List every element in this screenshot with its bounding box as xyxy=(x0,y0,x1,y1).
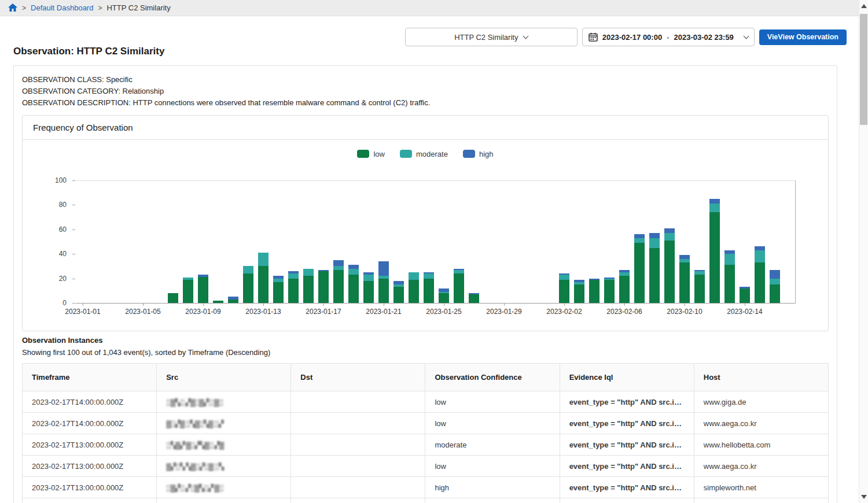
cell-src: ▒▚▓▞ ▓▒▞▚▓▒ ▞▓ xyxy=(157,434,291,456)
col-src[interactable]: Src xyxy=(157,364,291,391)
table-row[interactable]: 2023-02-17T13:00:00.000Z▓▞▒▚ ▚▓▒▞▒▓ ▒▚lo… xyxy=(23,456,829,477)
table-row[interactable]: 2023-02-17T13:00:00.000Z▚▒▓▓ ▒▞▚▓▒▒ ▞▒hi… xyxy=(23,498,829,503)
cell-timeframe: 2023-02-17T13:00:00.000Z xyxy=(23,456,157,477)
x-axis-label: 2023-01-01 xyxy=(57,308,109,316)
redacted-src-text: ▓▒▞▓ ▒▚▓▒▚▓ ▒▞ xyxy=(166,420,223,428)
cell-dst xyxy=(291,456,425,477)
y-axis-label: 100 xyxy=(23,176,67,184)
col-evidence-iql[interactable]: Evidence Iql xyxy=(560,364,694,391)
x-axis-label: 2023-01-21 xyxy=(358,308,410,316)
vertical-scrollbar[interactable] xyxy=(859,0,868,503)
y-axis-label: 20 xyxy=(23,275,67,283)
observation-panel: OBSERVATION CLASS: Specific OBSERVATION … xyxy=(13,65,837,503)
date-range-picker[interactable]: 2023-02-17 00:00 - 2023-03-02 23:59 xyxy=(582,28,755,46)
redacted-src-text: ▒▓▚▒ ▞▓▒▓▞▒ ▓▒ xyxy=(166,398,223,406)
cell-src: ▒▓▚▒ ▞▓▒▓▞▒ ▓▒ xyxy=(157,391,291,413)
observation-description: OBSERVATION DESCRIPTION: HTTP connection… xyxy=(22,97,829,109)
frequency-chart-card: Frequency of Observation lowmoderatehigh… xyxy=(22,115,829,331)
x-axis-label: 2023-02-14 xyxy=(719,308,771,316)
legend-item-low[interactable]: low xyxy=(357,150,385,158)
x-axis-label: 2023-01-13 xyxy=(237,308,289,316)
breadcrumb-separator: > xyxy=(98,4,102,12)
page-title: Observation: HTTP C2 Similarity xyxy=(13,46,164,57)
x-axis-label: 2023-01-05 xyxy=(117,308,169,316)
cell-confidence: low xyxy=(425,391,560,413)
view-observation-button[interactable]: VieView Observation xyxy=(759,29,847,45)
cell-dst xyxy=(291,391,425,413)
date-range-separator: - xyxy=(667,33,669,42)
y-axis-label: 0 xyxy=(23,299,67,307)
cell-timeframe: 2023-02-17T14:00:00.000Z xyxy=(23,413,157,434)
cell-src: ▚▒▓▓ ▒▞▚▓▒▒ ▞▒ xyxy=(157,498,291,503)
y-axis-tick xyxy=(72,254,75,254)
redacted-src-text: ▒▚▓▞ ▓▒▞▚▓▒ ▞▓ xyxy=(166,441,223,449)
breadcrumb-separator: > xyxy=(22,4,26,12)
cell-host: simplemethod.net xyxy=(694,498,828,503)
cell-confidence: moderate xyxy=(425,434,560,456)
chart-legend: lowmoderatehigh xyxy=(23,148,828,160)
col-dst[interactable]: Dst xyxy=(291,364,425,391)
cell-evidence: event_type = "http" AND src.ip = "17... xyxy=(560,456,694,477)
breadcrumb-current: HTTP C2 Similarity xyxy=(106,3,170,12)
y-axis-tick xyxy=(72,205,75,205)
cell-evidence: event_type = "http" AND src.ip = "17... xyxy=(560,477,694,498)
cell-timeframe: 2023-02-17T13:00:00.000Z xyxy=(23,477,157,498)
scrollbar-up-arrow[interactable] xyxy=(861,4,867,8)
legend-label: moderate xyxy=(416,150,448,158)
cell-dst xyxy=(291,498,425,503)
date-range-start: 2023-02-17 00:00 xyxy=(602,33,662,42)
legend-label: high xyxy=(479,150,494,158)
cell-src: ▓▞▒▚ ▚▓▒▞▒▓ ▒▚ xyxy=(157,456,291,477)
legend-swatch-low xyxy=(357,150,369,158)
legend-label: low xyxy=(373,150,385,158)
scrollbar-thumb[interactable] xyxy=(860,14,867,125)
x-axis-label: 2023-02-06 xyxy=(598,308,650,316)
x-axis-label: 2023-01-17 xyxy=(297,308,350,316)
cell-evidence: event_type = "http" AND src.ip = "17... xyxy=(560,413,694,434)
cell-timeframe: 2023-02-17T13:00:00.000Z xyxy=(23,434,157,456)
instances-tbody: 2023-02-17T14:00:00.000Z▒▓▚▒ ▞▓▒▓▞▒ ▓▒lo… xyxy=(23,391,829,503)
observation-category: OBSERVATION CATEGORY: Relationship xyxy=(22,86,829,97)
cell-confidence: low xyxy=(425,413,560,434)
legend-item-moderate[interactable]: moderate xyxy=(400,150,448,158)
chart-title: Frequency of Observation xyxy=(23,116,828,140)
cell-evidence: event_type = "http" AND src.ip = "17... xyxy=(560,498,694,503)
y-axis-tick xyxy=(72,180,75,181)
cell-dst xyxy=(291,413,425,434)
y-axis-label: 40 xyxy=(23,250,67,258)
x-axis-label: 2023-01-25 xyxy=(418,308,470,316)
chevron-down-icon xyxy=(523,33,529,39)
cell-host: www.giga.de xyxy=(694,391,828,413)
table-row[interactable]: 2023-02-17T13:00:00.000Z▒▚▓▞ ▓▒▞▚▓▒ ▞▓mo… xyxy=(23,434,829,456)
legend-item-high[interactable]: high xyxy=(463,150,494,158)
cell-timeframe: 2023-02-17T14:00:00.000Z xyxy=(23,391,157,413)
col-timeframe[interactable]: Timeframe xyxy=(23,364,157,391)
table-row[interactable]: 2023-02-17T13:00:00.000Z▒▓▞▒ ▞▒▓▚▒▞ ▓▒hi… xyxy=(23,477,829,498)
cell-confidence: high xyxy=(425,477,560,498)
chart-xlabels: 2023-01-012023-01-052023-01-092023-01-13… xyxy=(76,180,796,326)
y-axis-tick xyxy=(72,303,75,304)
col-host[interactable]: Host xyxy=(694,364,828,391)
cell-confidence: high xyxy=(425,498,560,503)
instances-title: Observation Instances xyxy=(22,336,829,345)
scrollbar-down-arrow[interactable] xyxy=(861,495,867,499)
home-icon[interactable] xyxy=(8,3,17,12)
toolbar: HTTP C2 Similarity 2023-02-17 00:00 - 20… xyxy=(405,28,847,46)
col-observation-confidence[interactable]: Observation Confidence xyxy=(425,364,560,391)
cell-host: www.aega.co.kr xyxy=(694,456,828,477)
cell-evidence: event_type = "http" AND src.ip = "17... xyxy=(560,434,694,456)
cell-confidence: low xyxy=(425,456,560,477)
legend-swatch-moderate xyxy=(400,150,412,158)
y-axis-label: 80 xyxy=(23,201,67,209)
table-row[interactable]: 2023-02-17T14:00:00.000Z▒▓▚▒ ▞▓▒▓▞▒ ▓▒lo… xyxy=(23,391,829,413)
breadcrumb: > Default Dashboard > HTTP C2 Similarity xyxy=(0,0,859,16)
x-axis-label: 2023-01-09 xyxy=(177,308,229,316)
legend-swatch-high xyxy=(463,150,475,158)
breadcrumb-link-default-dashboard[interactable]: Default Dashboard xyxy=(31,3,93,12)
x-axis-label: 2023-02-02 xyxy=(538,308,590,316)
table-row[interactable]: 2023-02-17T14:00:00.000Z▓▒▞▓ ▒▚▓▒▚▓ ▒▞lo… xyxy=(23,413,829,434)
x-axis-label: 2023-02-10 xyxy=(659,308,711,316)
cell-src: ▓▒▞▓ ▒▚▓▒▚▓ ▒▞ xyxy=(157,413,291,434)
observation-select[interactable]: HTTP C2 Similarity xyxy=(405,28,578,46)
cell-host: www.aega.co.kr xyxy=(694,413,828,434)
